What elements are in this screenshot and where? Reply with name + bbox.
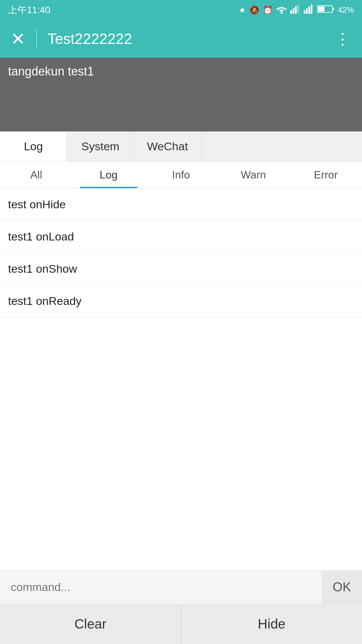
- svg-point-0: [281, 12, 283, 14]
- tab-spacer: [201, 131, 362, 161]
- log-item: test1 onShow: [0, 253, 362, 285]
- ok-button[interactable]: OK: [322, 571, 362, 604]
- preview-area: tangdekun test1: [0, 58, 362, 131]
- signal2-icon: [304, 4, 314, 16]
- bluetooth-icon: ★: [239, 5, 246, 15]
- app-title: Test2222222: [48, 31, 324, 47]
- close-button[interactable]: ✕: [11, 30, 25, 48]
- tab-system[interactable]: System: [67, 131, 134, 161]
- app-bar-divider: [36, 29, 37, 49]
- tab-bar-1: Log System WeChat: [0, 131, 362, 162]
- tab-log-filter[interactable]: Log: [72, 162, 145, 188]
- svg-rect-2: [293, 8, 294, 14]
- svg-rect-1: [290, 10, 292, 14]
- hide-button[interactable]: Hide: [181, 604, 362, 644]
- svg-rect-11: [318, 6, 324, 12]
- mute-icon: 🔕: [249, 5, 259, 15]
- svg-rect-7: [308, 6, 310, 14]
- svg-rect-5: [304, 10, 305, 14]
- signal-icon: [290, 4, 300, 16]
- command-input[interactable]: [0, 571, 322, 604]
- wifi-icon: [276, 4, 287, 16]
- app-bar: ✕ Test2222222 ⋮: [0, 20, 362, 58]
- log-item: test1 onLoad: [0, 221, 362, 253]
- main-content: Log System WeChat All Log Info Warn Erro…: [0, 131, 362, 644]
- log-list: test onHide test1 onLoad test1 onShow te…: [0, 189, 362, 570]
- tab-error[interactable]: Error: [290, 162, 362, 188]
- tab-warn[interactable]: Warn: [217, 162, 290, 188]
- tab-info[interactable]: Info: [145, 162, 217, 188]
- status-icons: ★ 🔕 ⏰: [239, 4, 354, 16]
- more-options-button[interactable]: ⋮: [335, 30, 351, 48]
- svg-rect-10: [333, 8, 334, 10]
- action-bar: Clear Hide: [0, 604, 362, 644]
- alarm-icon: ⏰: [263, 5, 273, 15]
- tab-all[interactable]: All: [0, 162, 72, 188]
- log-item: test1 onReady: [0, 285, 362, 317]
- command-bar: OK: [0, 570, 362, 604]
- tab-log[interactable]: Log: [0, 131, 67, 161]
- status-bar: 上午11:40 ★ 🔕 ⏰: [0, 0, 362, 20]
- svg-rect-8: [311, 4, 312, 14]
- log-item: test onHide: [0, 189, 362, 221]
- clear-button[interactable]: Clear: [0, 604, 181, 644]
- battery-icon: [317, 4, 335, 16]
- tab-bar-2: All Log Info Warn Error: [0, 162, 362, 189]
- svg-rect-4: [297, 4, 299, 14]
- preview-text: tangdekun test1: [8, 64, 94, 78]
- status-time: 上午11:40: [8, 4, 50, 16]
- svg-rect-6: [306, 8, 308, 14]
- battery-percent: 42%: [338, 5, 354, 15]
- svg-rect-3: [295, 6, 297, 14]
- tab-wechat[interactable]: WeChat: [134, 131, 201, 161]
